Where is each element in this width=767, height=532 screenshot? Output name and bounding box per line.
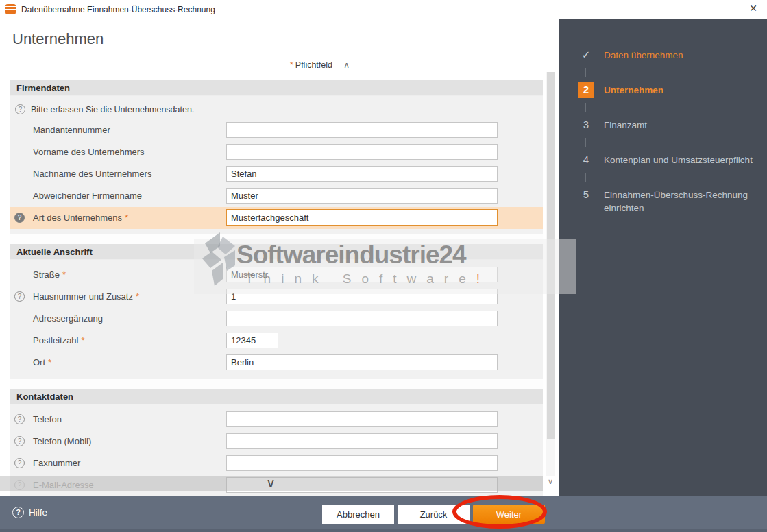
form-row: Vorname des Unternehmers xyxy=(10,141,543,163)
step-connector xyxy=(585,138,586,147)
field-label: Nachname des Unternehmers xyxy=(33,169,151,179)
form-row: Straße* xyxy=(10,264,543,286)
window-title: Datenübernahme Einnahmen-Überschuss-Rech… xyxy=(21,5,215,14)
field-label: Postleitzahl* xyxy=(33,335,85,346)
form-row: Ort* xyxy=(10,352,543,374)
help-label: Hilfe xyxy=(29,507,47,518)
asterisk: * xyxy=(81,335,84,346)
form-row-active: ? Art des Unternehmens* xyxy=(10,207,543,229)
step-label: Kontenplan und Umsatzsteuerpflicht xyxy=(604,152,760,167)
help-icon[interactable]: ? xyxy=(14,414,25,424)
asterisk: * xyxy=(48,357,51,367)
page-title: Unternehmen xyxy=(12,30,104,48)
step-label: Unternehmen xyxy=(604,82,760,97)
field-label: Straße* xyxy=(33,269,66,280)
section-hint: ? Bitte erfassen Sie die Unternehmensdat… xyxy=(10,100,543,119)
wizard-step-finanzamt[interactable]: 3 Finanzamt xyxy=(559,117,767,133)
wizard-step-kontenplan[interactable]: 4 Kontenplan und Umsatzsteuerpflicht xyxy=(559,152,767,168)
form-panel: Unternehmen *Pflichtfeld ∧ Firmendaten ?… xyxy=(0,19,559,496)
help-icon: ? xyxy=(15,104,25,114)
form-row: ? Telefon (Mobil) xyxy=(10,431,543,452)
telefon-input[interactable] xyxy=(226,411,498,427)
back-button[interactable]: Zurück xyxy=(398,505,470,524)
chevron-up-icon[interactable]: ∧ xyxy=(343,60,350,70)
step-label: Finanzamt xyxy=(604,117,760,132)
asterisk: * xyxy=(62,269,66,280)
section-firmendaten: ? Bitte erfassen Sie die Unternehmensdat… xyxy=(10,96,543,234)
form-row: Postleitzahl* xyxy=(10,330,543,352)
step-number: 2 xyxy=(578,82,594,98)
app-icon xyxy=(5,4,16,14)
wizard-step-unternehmen[interactable]: 2 Unternehmen xyxy=(559,82,767,98)
form-row: ? Faxnummer xyxy=(10,452,543,474)
field-label: Faxnummer xyxy=(33,458,80,468)
field-label: Art des Unternehmens* xyxy=(33,213,128,223)
next-button[interactable]: Weiter xyxy=(473,505,545,524)
form-row: Abweichender Firmenname xyxy=(10,185,543,207)
hausnummer-input[interactable] xyxy=(226,289,498,304)
wizard-step-daten-uebernehmen[interactable]: ✓ Daten übernehmen xyxy=(559,47,767,63)
adresszusatz-input[interactable] xyxy=(226,311,498,326)
section-header-firmendaten: Firmendaten xyxy=(10,80,543,96)
step-number: 4 xyxy=(578,152,594,168)
mandantennummer-input[interactable] xyxy=(226,122,498,138)
field-label: Adressergänzung xyxy=(33,313,103,324)
title-bar: Datenübernahme Einnahmen-Überschuss-Rech… xyxy=(0,0,767,19)
faxnummer-input[interactable] xyxy=(226,455,498,471)
step-label: Einnahmen-Überschuss-Rechnung einrichten xyxy=(604,186,760,215)
form-sections: Firmendaten ? Bitte erfassen Sie die Unt… xyxy=(10,80,543,496)
cancel-button[interactable]: Abbrechen xyxy=(322,505,394,524)
chevron-down-icon: ∨ xyxy=(266,475,276,491)
wizard-step-euer-einrichten[interactable]: 5 Einnahmen-Überschuss-Rechnung einricht… xyxy=(559,186,767,215)
check-icon: ✓ xyxy=(578,47,594,63)
required-field-hint: *Pflichtfeld xyxy=(290,60,332,70)
vorname-input[interactable] xyxy=(226,144,498,160)
step-label: Daten übernehmen xyxy=(604,47,760,62)
help-icon[interactable]: ? xyxy=(14,291,25,302)
field-label: Ort* xyxy=(33,357,51,367)
scroll-more-overlay[interactable]: ∨ xyxy=(0,476,543,491)
mobil-input[interactable] xyxy=(226,433,498,449)
field-label: Telefon xyxy=(33,414,62,424)
step-connector xyxy=(585,173,586,182)
section-gap xyxy=(10,379,543,389)
help-icon[interactable]: ? xyxy=(14,213,25,223)
ort-input[interactable] xyxy=(226,354,498,370)
help-icon: ? xyxy=(12,507,24,518)
asterisk: * xyxy=(290,60,293,70)
form-row: Adressergänzung xyxy=(10,308,543,330)
step-connector xyxy=(585,103,586,112)
field-label: Vorname des Unternehmers xyxy=(33,147,145,157)
form-row: ? Hausnummer und Zusatz* xyxy=(10,286,543,308)
asterisk: * xyxy=(125,213,128,223)
scrollbar-thumb[interactable] xyxy=(547,72,555,439)
field-label: Abweichender Firmenname xyxy=(33,191,142,201)
footer-bar: ? Hilfe Abbrechen Zurück Weiter xyxy=(0,496,767,532)
help-icon[interactable]: ? xyxy=(14,458,25,468)
section-anschrift: Straße* ? Hausnummer und Zusatz* Adresse… xyxy=(10,260,543,379)
form-row: ? Telefon xyxy=(10,409,543,431)
step-number: 5 xyxy=(578,186,594,203)
strasse-input[interactable] xyxy=(226,267,498,282)
field-label: Hausnummer und Zusatz* xyxy=(33,291,139,302)
scrollbar-track[interactable] xyxy=(546,72,555,476)
help-icon[interactable]: ? xyxy=(14,436,25,446)
asterisk: * xyxy=(136,291,139,302)
step-number: 3 xyxy=(578,117,594,133)
close-icon[interactable]: ✕ xyxy=(749,3,757,13)
section-header-kontaktdaten: Kontaktdaten xyxy=(10,389,543,404)
wizard-dialog: Datenübernahme Einnahmen-Überschuss-Rech… xyxy=(0,0,767,532)
help-link[interactable]: ? Hilfe xyxy=(12,507,47,518)
section-gap xyxy=(10,234,543,244)
step-connector xyxy=(585,68,586,77)
field-label: Mandantennummer xyxy=(33,125,110,135)
section-header-anschrift: Aktuelle Anschrift xyxy=(10,244,543,260)
form-row: Mandantennummer xyxy=(10,119,543,141)
wizard-sidebar: ✓ Daten übernehmen 2 Unternehmen 3 Finan… xyxy=(559,19,767,496)
field-label: Telefon (Mobil) xyxy=(33,436,91,446)
unternehmensart-input[interactable] xyxy=(226,210,498,226)
nachname-input[interactable] xyxy=(226,166,498,182)
firmenname-input[interactable] xyxy=(226,188,498,204)
plz-input[interactable] xyxy=(226,332,278,348)
scrollbar-down-icon[interactable]: ∨ xyxy=(548,477,553,486)
